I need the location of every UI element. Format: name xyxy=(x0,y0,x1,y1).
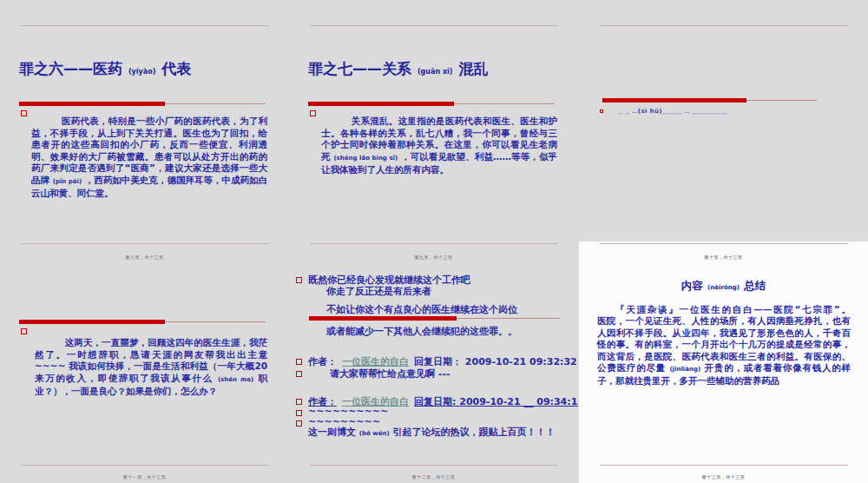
separator-line xyxy=(21,25,269,26)
separator-line xyxy=(310,465,558,466)
bullet-square-icon xyxy=(600,109,603,113)
slide-2-title-text: 罪之七——关系 xyxy=(308,60,411,77)
slide-2-title-pinyin: (guān xi) xyxy=(418,68,453,76)
bullet-square-icon xyxy=(21,328,27,334)
slide-thumbnail-4[interactable]: 这两天，一直噩梦，回顾这四年的医生生涯，我茫然了。一时想辞职，恳请天涯的网友帮我… xyxy=(0,242,289,483)
closing-remark: 这一则博文 (bó wén) 引起了论坛的热议，跟贴上百页！！！ xyxy=(308,426,556,439)
accent-bar xyxy=(308,102,555,106)
bullet-square-icon xyxy=(296,420,302,427)
separator-line xyxy=(600,465,848,466)
page-caption: 第八页，共十三页 xyxy=(0,255,289,260)
page-caption: 第十二页，共十三页 xyxy=(289,474,578,480)
bullet-square-icon xyxy=(21,110,27,116)
slide-6-title-text: 内容 xyxy=(681,279,703,292)
page-caption: 第十三页，共十三页 xyxy=(579,474,868,480)
bullet-square-icon xyxy=(296,399,302,405)
author-line-1: 作者：一位医生的自白回复日期： 2009-10-21 09:32:32 xyxy=(308,355,577,368)
slide-1-title-text2: 代表 xyxy=(161,60,191,77)
slide-thumbnail-6[interactable]: 内容 (nèiróng) 总结 『天涯杂谈』一位医生的自白——医院“七宗罪”。 … xyxy=(579,242,868,483)
separator-line xyxy=(600,243,848,244)
accent-bar xyxy=(19,320,266,324)
slide-2-title-text2: 混乱 xyxy=(458,60,488,77)
accent-bar xyxy=(602,98,817,103)
author-label: 作者： xyxy=(308,356,337,367)
slide-1-title-pinyin: (yíyào) xyxy=(128,68,155,76)
slide-4-body: 这两天，一直噩梦，回顾这四年的医生生涯，我茫然了。一时想辞职，恳请天涯的网友帮我… xyxy=(35,337,267,398)
slide-thumbnail-1[interactable]: 罪之六——医药 (yíyào) 代表 医药代表，特别是一些小厂药的医药代表，为了… xyxy=(0,0,289,242)
page-caption: 第十一页，共十三页 xyxy=(0,474,289,480)
separator-line xyxy=(21,243,269,244)
handout-canvas: 罪之六——医药 (yíyào) 代表 医药代表，特别是一些小厂药的医药代表，为了… xyxy=(0,0,868,483)
bullet-square-icon xyxy=(296,371,302,377)
slide-2-body: 关系混乱。这里指的是医药代表和医生、医生和护士。各种各样的关系，乱七八糟，我一个… xyxy=(321,116,557,176)
bullet-square-icon xyxy=(296,410,302,416)
help-request-line: 请大家帮帮忙给点意见啊 --- xyxy=(330,367,450,380)
red-underline-bar xyxy=(309,316,560,321)
slide-6-title-pinyin: (nèiróng) xyxy=(707,284,740,291)
slide-6-title-text2: 总结 xyxy=(744,279,766,292)
slide-6-title: 内容 (nèiróng) 总结 xyxy=(579,279,868,294)
page-caption: 第九页，共十三页 xyxy=(289,255,578,260)
page-caption: 第十页，共十三页 xyxy=(579,255,868,260)
bullet-square-icon xyxy=(310,110,316,116)
separator-line xyxy=(21,465,269,466)
bullet-square-icon xyxy=(296,277,302,283)
forum-reply-line-4: 或者能减少一下其他人会继续犯的这些罪。。 xyxy=(326,325,517,338)
slide-6-body: 『天涯杂谈』一位医生的自白——医院“七宗罪”。 医院，一个见证生死、人性的场所，… xyxy=(597,304,851,387)
author-profile-link[interactable]: 一位医生的自白 xyxy=(342,356,409,367)
reply-date-1: 回复日期： 2009-10-21 09:32:32 xyxy=(414,356,577,367)
slide-thumbnail-5[interactable]: 既然你已经良心发现就继续这个工作吧 你走了反正还是有后来者 不如让你这个有点良心… xyxy=(289,242,578,483)
slide-2-title: 罪之七——关系 (guān xi) 混乱 xyxy=(308,59,488,79)
separator-line xyxy=(600,25,848,26)
reply-date-2: 回复日期: 2009-10-21 __ 09:34:13 __ xyxy=(414,396,578,407)
accent-bar xyxy=(19,102,266,106)
separator-line xyxy=(310,25,558,26)
forum-reply-line-2: 你走了反正还是有后来者 xyxy=(326,285,431,298)
slide-3-text-line: __ __ ...(sì hū)________ ... ___________… xyxy=(618,108,727,115)
slide-1-body: 医药代表，特别是一些小厂药的医药代表，为了利益，不择手段，从上到下关关打通。医生… xyxy=(31,116,267,200)
bullet-square-icon xyxy=(296,359,302,365)
slide-thumbnail-3[interactable]: __ __ ...(sì hū)________ ... ___________… xyxy=(579,0,868,242)
separator-line xyxy=(310,243,558,244)
slide-1-title: 罪之六——医药 (yíyào) 代表 xyxy=(19,59,191,79)
forum-reply-line-3: 不如让你这个有点良心的医生继续在这个岗位 xyxy=(326,303,517,316)
slide-1-title-text: 罪之六——医药 xyxy=(19,60,122,77)
slide-thumbnail-2[interactable]: 罪之七——关系 (guān xi) 混乱 关系混乱。这里指的是医药代表和医生、医… xyxy=(289,0,578,242)
